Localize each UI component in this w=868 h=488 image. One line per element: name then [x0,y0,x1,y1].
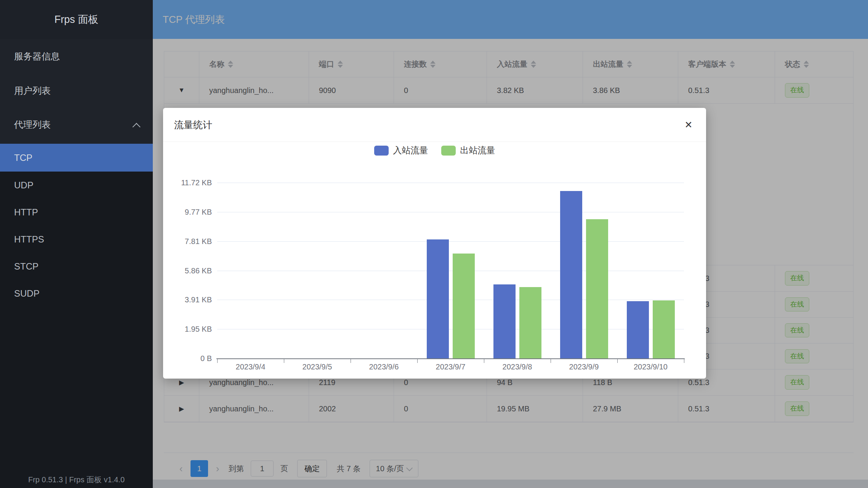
x-axis-tick-mark [417,359,418,363]
x-axis-tick-mark [617,359,618,363]
traffic-bar-chart: 11.72 KB9.77 KB7.81 KB5.86 KB3.91 KB1.95… [163,108,706,379]
sidebar-item-https[interactable]: HTTPS [0,226,153,253]
sidebar-item-tcp[interactable]: TCP [0,144,153,172]
gridline [217,212,684,212]
bar-出站流量-2023/9/9 [586,219,608,358]
y-axis-tick-label: 11.72 KB [166,179,212,186]
y-axis-tick-label: 7.81 KB [166,238,212,245]
sidebar: Frps 面板 服务器信息用户列表代理列表 TCPUDPHTTPHTTPSSTC… [0,0,153,488]
y-axis-tick-label: 1.95 KB [166,325,212,333]
gridline [217,329,684,329]
version-footer: Frp 0.51.3 | Frps 面板 v1.4.0 [0,475,153,485]
x-axis-tick-label: 2023/9/4 [217,363,284,371]
x-axis-tick-mark [351,359,351,363]
bar-入站流量-2023/9/10 [627,301,649,358]
sidebar-item-label: 服务器信息 [14,50,60,63]
bar-入站流量-2023/9/8 [493,284,516,358]
x-axis-tick-label: 2023/9/5 [284,363,351,371]
sidebar-item-3[interactable]: 代理列表 [0,108,153,142]
x-axis-tick-label: 2023/9/9 [551,363,617,371]
gridline [217,300,684,300]
y-axis-tick-label: 0 B [166,355,212,362]
gridline [217,183,684,183]
bar-出站流量-2023/9/7 [453,254,475,358]
y-axis-tick-label: 9.77 KB [166,208,212,216]
sidebar-item-stcp[interactable]: STCP [0,253,153,280]
bar-入站流量-2023/9/7 [427,239,449,358]
x-axis-line [216,358,685,359]
app-title: Frps 面板 [0,0,153,39]
bar-出站流量-2023/9/10 [653,300,675,358]
sidebar-item-label: 用户列表 [14,85,51,97]
chevron-up-icon [132,123,140,131]
y-axis-tick-label: 5.86 KB [166,267,212,274]
gridline [217,271,684,271]
x-axis-tick-mark [484,359,484,363]
traffic-stats-dialog: 流量统计 ✕ 入站流量出站流量 11.72 KB9.77 KB7.81 KB5.… [163,108,706,379]
sidebar-item-1[interactable]: 服务器信息 [0,39,153,74]
bar-出站流量-2023/9/8 [519,287,541,358]
x-axis-tick-mark [284,359,284,363]
x-axis-tick-mark [551,359,551,363]
sidebar-item-udp[interactable]: UDP [0,172,153,199]
x-axis-tick-label: 2023/9/10 [617,363,684,371]
sidebar-item-2[interactable]: 用户列表 [0,74,153,108]
x-axis-tick-label: 2023/9/8 [484,363,551,371]
sidebar-item-http[interactable]: HTTP [0,199,153,226]
x-axis-tick-label: 2023/9/7 [417,363,484,371]
sidebar-menu: 服务器信息用户列表代理列表 [0,39,153,144]
sidebar-item-label: 代理列表 [14,119,51,131]
bar-入站流量-2023/9/9 [560,191,582,358]
x-axis-tick-label: 2023/9/6 [351,363,417,371]
y-axis-tick-label: 3.91 KB [166,296,212,303]
sidebar-item-sudp[interactable]: SUDP [0,280,153,307]
x-axis-tick-mark [217,359,218,363]
gridline [217,241,684,242]
x-axis-tick-mark [684,359,684,363]
